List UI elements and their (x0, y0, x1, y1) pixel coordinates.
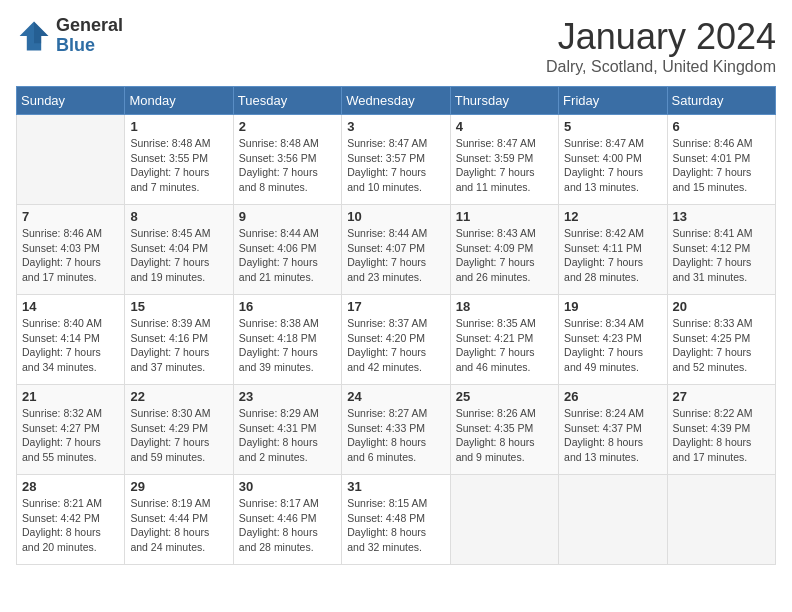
day-number: 11 (456, 209, 553, 224)
day-number: 29 (130, 479, 227, 494)
calendar-cell: 22 Sunrise: 8:30 AMSunset: 4:29 PMDaylig… (125, 385, 233, 475)
day-number: 13 (673, 209, 770, 224)
calendar-cell: 4 Sunrise: 8:47 AMSunset: 3:59 PMDayligh… (450, 115, 558, 205)
day-info: Sunrise: 8:46 AMSunset: 4:01 PMDaylight:… (673, 136, 770, 195)
day-number: 30 (239, 479, 336, 494)
calendar-week-5: 28 Sunrise: 8:21 AMSunset: 4:42 PMDaylig… (17, 475, 776, 565)
day-number: 20 (673, 299, 770, 314)
calendar-cell: 10 Sunrise: 8:44 AMSunset: 4:07 PMDaylig… (342, 205, 450, 295)
calendar-cell: 27 Sunrise: 8:22 AMSunset: 4:39 PMDaylig… (667, 385, 775, 475)
day-info: Sunrise: 8:48 AMSunset: 3:56 PMDaylight:… (239, 136, 336, 195)
day-number: 16 (239, 299, 336, 314)
svg-marker-1 (34, 21, 48, 43)
calendar-week-1: 1 Sunrise: 8:48 AMSunset: 3:55 PMDayligh… (17, 115, 776, 205)
calendar-cell: 11 Sunrise: 8:43 AMSunset: 4:09 PMDaylig… (450, 205, 558, 295)
col-saturday: Saturday (667, 87, 775, 115)
day-info: Sunrise: 8:35 AMSunset: 4:21 PMDaylight:… (456, 316, 553, 375)
day-number: 4 (456, 119, 553, 134)
logo-general-label: General (56, 16, 123, 36)
location-title: Dalry, Scotland, United Kingdom (546, 58, 776, 76)
day-number: 18 (456, 299, 553, 314)
calendar-cell: 16 Sunrise: 8:38 AMSunset: 4:18 PMDaylig… (233, 295, 341, 385)
calendar-cell: 9 Sunrise: 8:44 AMSunset: 4:06 PMDayligh… (233, 205, 341, 295)
day-info: Sunrise: 8:45 AMSunset: 4:04 PMDaylight:… (130, 226, 227, 285)
day-number: 17 (347, 299, 444, 314)
day-number: 26 (564, 389, 661, 404)
calendar-cell: 21 Sunrise: 8:32 AMSunset: 4:27 PMDaylig… (17, 385, 125, 475)
calendar-week-2: 7 Sunrise: 8:46 AMSunset: 4:03 PMDayligh… (17, 205, 776, 295)
calendar-cell: 26 Sunrise: 8:24 AMSunset: 4:37 PMDaylig… (559, 385, 667, 475)
logo-blue-label: Blue (56, 36, 123, 56)
day-info: Sunrise: 8:41 AMSunset: 4:12 PMDaylight:… (673, 226, 770, 285)
col-tuesday: Tuesday (233, 87, 341, 115)
day-number: 21 (22, 389, 119, 404)
calendar-cell: 29 Sunrise: 8:19 AMSunset: 4:44 PMDaylig… (125, 475, 233, 565)
calendar-week-4: 21 Sunrise: 8:32 AMSunset: 4:27 PMDaylig… (17, 385, 776, 475)
day-number: 27 (673, 389, 770, 404)
day-info: Sunrise: 8:29 AMSunset: 4:31 PMDaylight:… (239, 406, 336, 465)
calendar-cell (450, 475, 558, 565)
logo-icon (16, 18, 52, 54)
header: General Blue January 2024 Dalry, Scotlan… (16, 16, 776, 76)
col-thursday: Thursday (450, 87, 558, 115)
day-number: 25 (456, 389, 553, 404)
day-number: 12 (564, 209, 661, 224)
calendar-cell: 17 Sunrise: 8:37 AMSunset: 4:20 PMDaylig… (342, 295, 450, 385)
day-number: 3 (347, 119, 444, 134)
calendar-week-3: 14 Sunrise: 8:40 AMSunset: 4:14 PMDaylig… (17, 295, 776, 385)
calendar-cell: 7 Sunrise: 8:46 AMSunset: 4:03 PMDayligh… (17, 205, 125, 295)
calendar-cell (17, 115, 125, 205)
day-number: 7 (22, 209, 119, 224)
day-info: Sunrise: 8:47 AMSunset: 4:00 PMDaylight:… (564, 136, 661, 195)
calendar-cell: 19 Sunrise: 8:34 AMSunset: 4:23 PMDaylig… (559, 295, 667, 385)
day-number: 22 (130, 389, 227, 404)
day-info: Sunrise: 8:43 AMSunset: 4:09 PMDaylight:… (456, 226, 553, 285)
day-info: Sunrise: 8:47 AMSunset: 3:59 PMDaylight:… (456, 136, 553, 195)
day-number: 5 (564, 119, 661, 134)
calendar-cell (667, 475, 775, 565)
header-row: Sunday Monday Tuesday Wednesday Thursday… (17, 87, 776, 115)
day-number: 28 (22, 479, 119, 494)
calendar-cell: 14 Sunrise: 8:40 AMSunset: 4:14 PMDaylig… (17, 295, 125, 385)
col-wednesday: Wednesday (342, 87, 450, 115)
day-number: 1 (130, 119, 227, 134)
day-number: 23 (239, 389, 336, 404)
day-info: Sunrise: 8:46 AMSunset: 4:03 PMDaylight:… (22, 226, 119, 285)
calendar-cell: 30 Sunrise: 8:17 AMSunset: 4:46 PMDaylig… (233, 475, 341, 565)
day-info: Sunrise: 8:17 AMSunset: 4:46 PMDaylight:… (239, 496, 336, 555)
calendar-cell: 13 Sunrise: 8:41 AMSunset: 4:12 PMDaylig… (667, 205, 775, 295)
day-number: 15 (130, 299, 227, 314)
day-info: Sunrise: 8:30 AMSunset: 4:29 PMDaylight:… (130, 406, 227, 465)
calendar-cell: 20 Sunrise: 8:33 AMSunset: 4:25 PMDaylig… (667, 295, 775, 385)
day-number: 6 (673, 119, 770, 134)
day-info: Sunrise: 8:32 AMSunset: 4:27 PMDaylight:… (22, 406, 119, 465)
col-sunday: Sunday (17, 87, 125, 115)
calendar-cell (559, 475, 667, 565)
day-info: Sunrise: 8:21 AMSunset: 4:42 PMDaylight:… (22, 496, 119, 555)
logo: General Blue (16, 16, 123, 56)
day-info: Sunrise: 8:48 AMSunset: 3:55 PMDaylight:… (130, 136, 227, 195)
calendar-cell: 1 Sunrise: 8:48 AMSunset: 3:55 PMDayligh… (125, 115, 233, 205)
day-info: Sunrise: 8:26 AMSunset: 4:35 PMDaylight:… (456, 406, 553, 465)
day-info: Sunrise: 8:15 AMSunset: 4:48 PMDaylight:… (347, 496, 444, 555)
day-info: Sunrise: 8:19 AMSunset: 4:44 PMDaylight:… (130, 496, 227, 555)
calendar-cell: 15 Sunrise: 8:39 AMSunset: 4:16 PMDaylig… (125, 295, 233, 385)
day-number: 9 (239, 209, 336, 224)
day-info: Sunrise: 8:44 AMSunset: 4:06 PMDaylight:… (239, 226, 336, 285)
calendar-cell: 18 Sunrise: 8:35 AMSunset: 4:21 PMDaylig… (450, 295, 558, 385)
day-info: Sunrise: 8:44 AMSunset: 4:07 PMDaylight:… (347, 226, 444, 285)
calendar-cell: 6 Sunrise: 8:46 AMSunset: 4:01 PMDayligh… (667, 115, 775, 205)
day-info: Sunrise: 8:38 AMSunset: 4:18 PMDaylight:… (239, 316, 336, 375)
col-monday: Monday (125, 87, 233, 115)
day-number: 2 (239, 119, 336, 134)
calendar-table: Sunday Monday Tuesday Wednesday Thursday… (16, 86, 776, 565)
day-info: Sunrise: 8:27 AMSunset: 4:33 PMDaylight:… (347, 406, 444, 465)
calendar-cell: 3 Sunrise: 8:47 AMSunset: 3:57 PMDayligh… (342, 115, 450, 205)
day-info: Sunrise: 8:33 AMSunset: 4:25 PMDaylight:… (673, 316, 770, 375)
day-number: 14 (22, 299, 119, 314)
calendar-cell: 8 Sunrise: 8:45 AMSunset: 4:04 PMDayligh… (125, 205, 233, 295)
day-info: Sunrise: 8:22 AMSunset: 4:39 PMDaylight:… (673, 406, 770, 465)
day-number: 19 (564, 299, 661, 314)
day-number: 24 (347, 389, 444, 404)
calendar-cell: 5 Sunrise: 8:47 AMSunset: 4:00 PMDayligh… (559, 115, 667, 205)
